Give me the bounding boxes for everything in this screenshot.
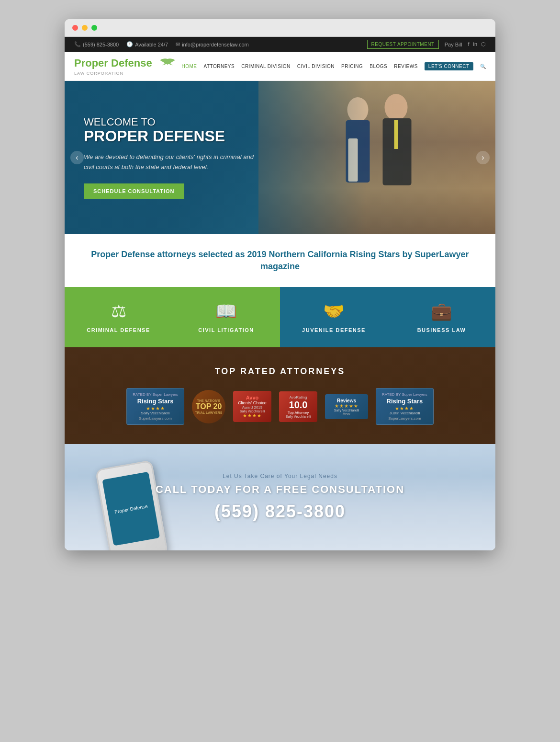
badge-title-2: Rising Stars (382, 398, 427, 405)
hero-firm-name: PROPER DEFENSE (84, 128, 261, 145)
award-banner: Proper Defense attorneys selected as 201… (65, 234, 495, 287)
availability-text: Available 24/7 (135, 42, 168, 47)
pay-bill-link[interactable]: Pay Bill (445, 42, 462, 47)
handshake-icon: 🤝 (323, 301, 345, 321)
service-juvenile-defense[interactable]: 🤝 JUVENILE DEFENSE (280, 287, 388, 347)
nav-pricing[interactable]: PRICING (341, 64, 363, 69)
email-text[interactable]: info@properdefenselaw.com (182, 42, 249, 47)
review-stars: ★★★★★ (331, 403, 362, 409)
top-bar-right: REQUEST APPOINTMENT Pay Bill f in ⬡ (367, 40, 486, 49)
badge-circle-bottom: TRIAL LAWYERS (195, 411, 222, 414)
logo-wings-icon (158, 57, 177, 71)
service-label-juvenile: JUVENILE DEFENSE (302, 327, 366, 333)
logo-defense: Defense (111, 57, 152, 69)
avvo-choice-name: Sally Vecchiarelli (238, 410, 267, 413)
availability-info: 🕐 Available 24/7 (126, 41, 168, 47)
service-label-criminal: CRIMINAL DEFENSE (87, 327, 150, 333)
avvo-label: Avvo (238, 395, 267, 400)
browser-window: 📞 (559) 825-3800 🕐 Available 24/7 ✉ info… (65, 19, 495, 550)
nav-connect[interactable]: LET'S CONNECT (425, 62, 473, 70)
nav-criminal[interactable]: CRIMINAL DIVISION (241, 64, 291, 69)
facebook-icon[interactable]: f (468, 41, 469, 47)
nav-blogs[interactable]: BLOGS (370, 64, 387, 69)
logo-text: Proper Defense (74, 57, 177, 71)
review-name: Sally Vecchiarelli (331, 409, 362, 412)
attorneys-section: TOP RATED ATTORNEYS RATED BY Super Lawye… (65, 347, 495, 444)
phone-info: 📞 (559) 825-3800 (74, 41, 119, 47)
instagram-icon[interactable]: ⬡ (481, 41, 486, 47)
search-icon[interactable]: 🔍 (480, 64, 486, 69)
maximize-dot[interactable] (91, 25, 97, 31)
logo-area: Proper Defense LAW CORPORATION (74, 57, 177, 76)
avvo-score-value: 10.0 (284, 400, 313, 411)
briefcase-icon: 💼 (431, 301, 452, 321)
service-label-civil: CIVIL LITIGATION (198, 327, 254, 333)
top-bar-left: 📞 (559) 825-3800 🕐 Available 24/7 ✉ info… (74, 41, 249, 47)
badge-avvo-score: AvoRating 10.0 Top Attorney Sally Vecchi… (279, 391, 317, 422)
avvo-year: Award 2019 (238, 405, 267, 410)
hero-welcome: WELCOME TO (84, 116, 261, 128)
badge-circle-top: THE NATION'S (197, 399, 221, 402)
book-icon: 📖 (215, 301, 237, 321)
nav-civil[interactable]: CIVIL DIVISION (297, 64, 335, 69)
call-section: Proper Defense Let Us Take Care of Your … (65, 444, 495, 550)
badges-row: RATED BY Super Lawyers Rising Stars ★★★★… (84, 388, 476, 425)
logo-corp: LAW CORPORATION (74, 71, 177, 76)
phone-icon: 📞 (74, 41, 81, 47)
badge-stars-1: ★★★★ (133, 406, 178, 411)
badge-reviews: Reviews ★★★★★ Sally Vecchiarelli Avvo (325, 394, 368, 419)
close-dot[interactable] (72, 25, 78, 31)
badge-rising-stars-justin: RATED BY Super Lawyers Rising Stars ★★★★… (376, 388, 434, 425)
logo-proper: Proper (74, 57, 111, 69)
badge-name-2: Justin Vecchiarelli (382, 411, 427, 415)
schedule-consultation-button[interactable]: SCHEDULE CONSULTATION (84, 183, 184, 199)
request-appointment-button[interactable]: REQUEST APPOINTMENT (367, 40, 439, 49)
hero-title: WELCOME TO PROPER DEFENSE (84, 116, 261, 145)
hero-next-arrow[interactable]: › (476, 151, 490, 164)
avvo-stars: ★★★★ (238, 413, 267, 418)
services-grid: ⚖ CRIMINAL DEFENSE 📖 CIVIL LITIGATION 🤝 … (65, 287, 495, 347)
nav-home[interactable]: HOME (181, 64, 197, 69)
badge-rated-by-1: RATED BY Super Lawyers (133, 392, 178, 397)
browser-chrome (65, 19, 495, 37)
service-criminal-defense[interactable]: ⚖ CRIMINAL DEFENSE (65, 287, 172, 347)
avvo-choice-label: Clients' Choice (238, 400, 267, 405)
service-business-law[interactable]: 💼 BUSINESS LAW (388, 287, 495, 347)
call-number[interactable]: (559) 825-3800 (84, 502, 476, 522)
nav-bar: Proper Defense LAW CORPORATION HOME ATTO… (65, 52, 495, 81)
hero-section: ‹ WELCOME TO PROPER DEFENSE We are devot… (65, 81, 495, 234)
avvo-rating-label: AvoRating (284, 395, 313, 400)
badge-site-2: SuperLawyers.com (382, 416, 427, 421)
hero-prev-arrow[interactable]: ‹ (70, 151, 84, 164)
badge-rated-by-2: RATED BY Super Lawyers (382, 392, 427, 397)
hero-content: WELCOME TO PROPER DEFENSE We are devoted… (65, 97, 280, 218)
minimize-dot[interactable] (82, 25, 88, 31)
badge-stars-2: ★★★★ (382, 406, 427, 411)
email-icon: ✉ (176, 41, 180, 47)
phone-number[interactable]: (559) 825-3800 (83, 42, 119, 47)
service-civil-litigation[interactable]: 📖 CIVIL LITIGATION (172, 287, 280, 347)
service-label-business: BUSINESS LAW (417, 327, 466, 333)
call-headline: CALL TODAY FOR A FREE CONSULTATION (84, 483, 476, 496)
call-label: Let Us Take Care of Your Legal Needs (84, 473, 476, 479)
badge-top20: THE NATION'S TOP 20 TRIAL LAWYERS (192, 390, 225, 423)
avvo-top-attorney: Top Attorney (284, 411, 313, 415)
badge-avvo-choice: Avvo Clients' Choice Award 2019 Sally Ve… (233, 391, 271, 422)
review-site: Avvo (331, 412, 362, 415)
badge-title-1: Rising Stars (133, 398, 178, 405)
nav-reviews[interactable]: REVIEWS (394, 64, 418, 69)
email-info: ✉ info@properdefenselaw.com (176, 41, 249, 47)
badge-name-1: Sally Vecchiarelli (133, 411, 178, 415)
nav-attorneys[interactable]: ATTORNEYS (203, 64, 235, 69)
scales-icon: ⚖ (111, 301, 126, 321)
top-bar: 📞 (559) 825-3800 🕐 Available 24/7 ✉ info… (65, 37, 495, 52)
logo: Proper Defense LAW CORPORATION (74, 57, 177, 76)
badge-rising-stars-sally: RATED BY Super Lawyers Rising Stars ★★★★… (126, 388, 184, 425)
award-text: Proper Defense attorneys selected as 201… (84, 249, 476, 273)
linkedin-icon[interactable]: in (473, 41, 477, 47)
badge-site-1: SuperLawyers.com (133, 416, 178, 421)
hero-subtitle: We are devoted to defending our clients'… (84, 152, 261, 172)
attorneys-title: TOP RATED ATTORNEYS (84, 366, 476, 377)
badge-circle-main: TOP 20 (196, 402, 222, 411)
main-nav: HOME ATTORNEYS CRIMINAL DIVISION CIVIL D… (181, 62, 486, 70)
